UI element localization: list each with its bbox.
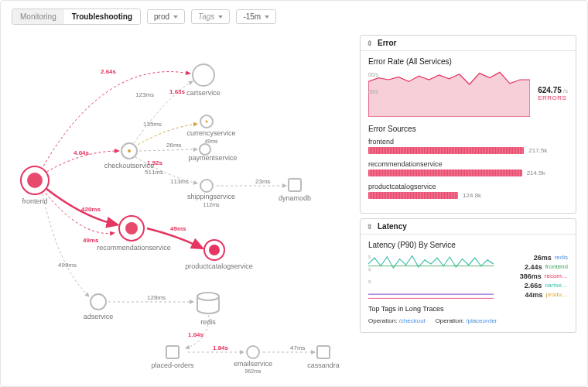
tag-pill[interactable]: Operation: /placeorder [436,317,497,324]
edge-placed-email: 1.84s [213,344,229,351]
node-shippingservice-sub: 112ms [203,202,220,207]
edge-redis-placed: 1.04s [188,331,204,338]
edge-reco-product: 49ms [170,225,186,232]
env-select[interactable]: prod [147,9,185,24]
right-panels: ⇳ Error Error Rate (All Services) 600/s … [360,35,576,333]
node-product[interactable]: productcatalogservice [185,262,253,270]
edge-ad-redis: 128ms [147,294,166,301]
edge-checkout-shipping-b: 511ms [145,169,163,176]
edge-frontend-checkout: 4.04s [74,149,90,156]
error-rate-value: 624.75/s ERRORS [538,86,568,101]
toolbar: Monitoring Troubleshooting prod Tags -15… [1,1,587,33]
svg-point-8 [200,180,213,192]
error-sources-title: Error Sources [368,125,568,133]
edge-frontend-reco2: 49ms [83,237,99,244]
service-map[interactable]: 2.64s 123ms 1.63s 135ms 26ms 4.04s 1.92s… [12,35,350,375]
latency-panel: ⇳ Latency Latency (P90) By Service 3s 2s… [360,218,576,333]
latency-panel-header[interactable]: ⇳ Latency [361,219,576,235]
svg-point-1 [27,173,43,188]
svg-point-7 [200,144,210,155]
expand-icon: ⇳ [367,223,373,231]
expand-icon: ⇳ [367,39,373,47]
chevron-down-icon [173,15,178,19]
node-placed-orders[interactable]: placed-orders [151,361,194,369]
chevron-down-icon [218,15,223,19]
node-paymentservice[interactable]: paymentservice [188,154,237,162]
app-window: Monitoring Troubleshooting prod Tags -15… [0,0,588,387]
node-adservice[interactable]: adservice [84,313,114,320]
edge-checkout-shipping-c: 113ms [170,178,189,185]
latency-legend: 26msredis 2.44sfrontend 386msrecom… 2.66… [501,254,568,300]
error-source-row[interactable]: recommendationservice 214.5k [368,160,568,176]
node-shippingservice[interactable]: shippingservice [187,193,235,200]
node-redis[interactable]: redis [200,318,216,326]
node-emailservice[interactable]: emailservice [234,360,272,368]
node-reco[interactable]: recommendationservice [97,244,171,252]
error-source-row[interactable]: frontend 217.5k [368,138,568,154]
svg-point-13 [209,245,220,255]
error-source-bar [368,147,524,154]
node-cassandra[interactable]: cassandra [307,361,340,369]
svg-rect-9 [289,179,301,191]
edge-frontend-reco: 420ms [81,206,101,213]
env-select-value: prod [154,12,169,21]
latency-panel-title: Latency [378,222,407,231]
error-panel-title: Error [378,39,396,47]
error-panel-header[interactable]: ⇳ Error [361,36,576,51]
svg-rect-17 [317,346,330,358]
tab-troubleshooting[interactable]: Troubleshooting [64,9,140,24]
svg-point-4 [206,121,208,123]
node-frontend[interactable]: frontend [22,197,47,205]
error-panel: ⇳ Error Error Rate (All Services) 600/s … [360,35,576,214]
edge-shipping-dynamo: 23ms [255,178,271,185]
svg-point-2 [193,64,214,86]
error-rate-chart[interactable]: 600/s 400/s 9:04:30 AMTODAY 9:20:00 AMTO… [368,70,530,117]
time-select[interactable]: -15m [236,9,276,24]
node-dynamodb[interactable]: dynamodb [279,194,311,202]
error-source-bar [368,192,458,199]
latency-p90-title: Latency (P90) By Service [368,241,568,249]
edge-checkout-cart-a: 123ms [135,91,154,98]
time-select-value: -15m [243,12,261,21]
top-tags-title: Top Tags in Long Traces [368,305,568,313]
edge-checkout-currency: 135ms [143,121,162,128]
edge-frontend-ad: 499ms [58,262,77,269]
tag-pill[interactable]: Operation: /checkout [368,317,426,324]
error-source-row[interactable]: productcatalogservice 124.8k [368,183,568,199]
view-segmented: Monitoring Troubleshooting [12,9,141,25]
edge-checkout-payment: 26ms [166,142,182,149]
node-emailservice-sub: 962ms [244,368,262,374]
tab-monitoring[interactable]: Monitoring [12,9,64,24]
svg-point-11 [125,222,138,235]
error-rate-title: Error Rate (All Services) [368,57,568,66]
edge-checkout-cart-b: 1.63s [169,88,186,95]
svg-point-6 [128,149,131,152]
tags-select[interactable]: Tags [191,9,230,24]
node-checkoutservice[interactable]: checkoutservice [104,162,155,170]
svg-rect-15 [166,346,179,358]
svg-point-16 [247,346,259,358]
chevron-down-icon [265,15,269,19]
latency-chart[interactable]: 3s 2s 1s 9:04:40 AMTODAY 9:19:40 AMTODAY [368,254,494,300]
edge-frontend-cart: 2.64s [101,68,117,75]
node-currencyservice[interactable]: currencyservice [186,129,235,137]
tags-select-label: Tags [198,12,214,21]
node-cartservice[interactable]: cartservice [186,89,220,97]
edge-email-cassandra: 47ms [290,344,306,351]
error-source-bar [368,170,522,176]
svg-point-14 [91,294,106,310]
node-currencyservice-sub: 49ms [204,139,218,144]
